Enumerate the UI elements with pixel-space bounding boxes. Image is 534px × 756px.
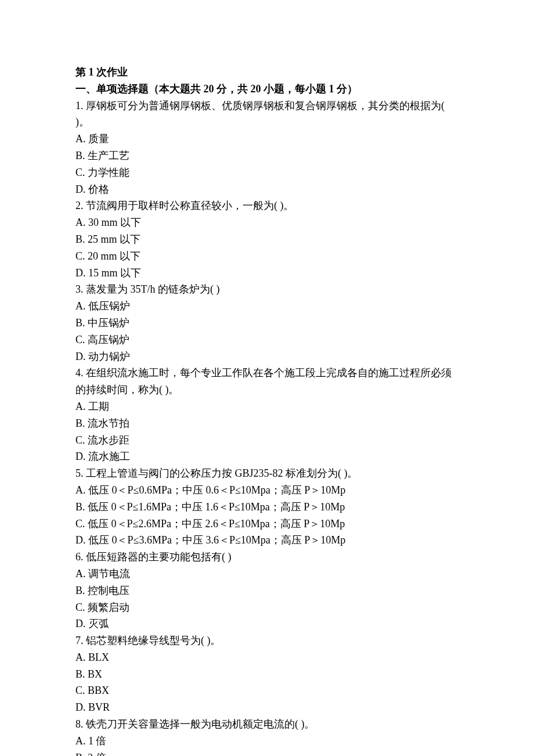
option-c: C. 高压锅炉 — [75, 332, 459, 348]
option-a: A. 调节电流 — [75, 566, 459, 582]
option-b: B. 中压锅炉 — [75, 315, 459, 332]
option-c: C. 20 mm 以下 — [75, 248, 459, 265]
question-8: 8. 铁壳刀开关容量选择一般为电动机额定电流的( )。 A. 1 倍 B. 2 … — [75, 716, 459, 756]
question-stem: 2. 节流阀用于取样时公称直径较小，一般为( )。 — [75, 197, 459, 214]
option-c: C. BBX — [75, 682, 459, 699]
option-d: D. 15 mm 以下 — [75, 265, 459, 282]
question-stem: 4. 在组织流水施工时，每个专业工作队在各个施工段上完成各自的施工过程所必须的持… — [75, 365, 459, 398]
option-b: B. BX — [75, 666, 459, 683]
option-b: B. 2 倍 — [75, 750, 459, 756]
question-stem: 8. 铁壳刀开关容量选择一般为电动机额定电流的( )。 — [75, 716, 459, 733]
question-2: 2. 节流阀用于取样时公称直径较小，一般为( )。 A. 30 mm 以下 B.… — [75, 197, 459, 281]
section-header: 一、单项选择题（本大题共 20 分，共 20 小题，每小题 1 分） — [75, 81, 459, 98]
question-3: 3. 蒸发量为 35T/h 的链条炉为( ) A. 低压锅炉 B. 中压锅炉 C… — [75, 281, 459, 365]
question-stem: 6. 低压短路器的主要功能包括有( ) — [75, 549, 459, 566]
option-d: D. BVR — [75, 699, 459, 716]
option-a: A. 低压 0＜P≤0.6MPa；中压 0.6＜P≤10Mpa；高压 P＞10M… — [75, 482, 459, 499]
option-c: C. 频繁启动 — [75, 599, 459, 616]
option-a: A. BLX — [75, 649, 459, 666]
option-b: B. 生产工艺 — [75, 147, 459, 164]
option-c: C. 力学性能 — [75, 164, 459, 181]
option-c: C. 流水步距 — [75, 432, 459, 449]
option-a: A. 质量 — [75, 131, 459, 147]
option-a: A. 1 倍 — [75, 733, 459, 750]
option-d: D. 灭弧 — [75, 615, 459, 632]
option-a: A. 30 mm 以下 — [75, 214, 459, 231]
option-b: B. 低压 0＜P≤1.6MPa；中压 1.6＜P≤10Mpa；高压 P＞10M… — [75, 499, 459, 516]
question-stem: 7. 铝芯塑料绝缘导线型号为( )。 — [75, 632, 459, 649]
question-7: 7. 铝芯塑料绝缘导线型号为( )。 A. BLX B. BX C. BBX D… — [75, 632, 459, 716]
option-d: D. 动力锅炉 — [75, 348, 459, 365]
question-4: 4. 在组织流水施工时，每个专业工作队在各个施工段上完成各自的施工过程所必须的持… — [75, 365, 459, 465]
option-a: A. 工期 — [75, 398, 459, 415]
assignment-title: 第 1 次作业 — [75, 64, 459, 81]
question-stem: 1. 厚钢板可分为普通钢厚钢板、优质钢厚钢板和复合钢厚钢板，其分类的根据为( )… — [75, 98, 459, 131]
question-stem: 3. 蒸发量为 35T/h 的链条炉为( ) — [75, 281, 459, 298]
question-1: 1. 厚钢板可分为普通钢厚钢板、优质钢厚钢板和复合钢厚钢板，其分类的根据为( )… — [75, 98, 459, 198]
question-6: 6. 低压短路器的主要功能包括有( ) A. 调节电流 B. 控制电压 C. 频… — [75, 549, 459, 632]
option-d: D. 低压 0＜P≤3.6MPa；中压 3.6＜P≤10Mpa；高压 P＞10M… — [75, 532, 459, 549]
option-b: B. 25 mm 以下 — [75, 231, 459, 248]
question-stem: 5. 工程上管道与阀门的公称压力按 GBJ235-82 标准划分为( )。 — [75, 465, 459, 482]
option-d: D. 流水施工 — [75, 448, 459, 465]
question-5: 5. 工程上管道与阀门的公称压力按 GBJ235-82 标准划分为( )。 A.… — [75, 465, 459, 549]
option-c: C. 低压 0＜P≤2.6MPa；中压 2.6＜P≤10Mpa；高压 P＞10M… — [75, 516, 459, 532]
option-b: B. 控制电压 — [75, 582, 459, 599]
option-b: B. 流水节拍 — [75, 415, 459, 432]
option-d: D. 价格 — [75, 181, 459, 198]
option-a: A. 低压锅炉 — [75, 298, 459, 315]
